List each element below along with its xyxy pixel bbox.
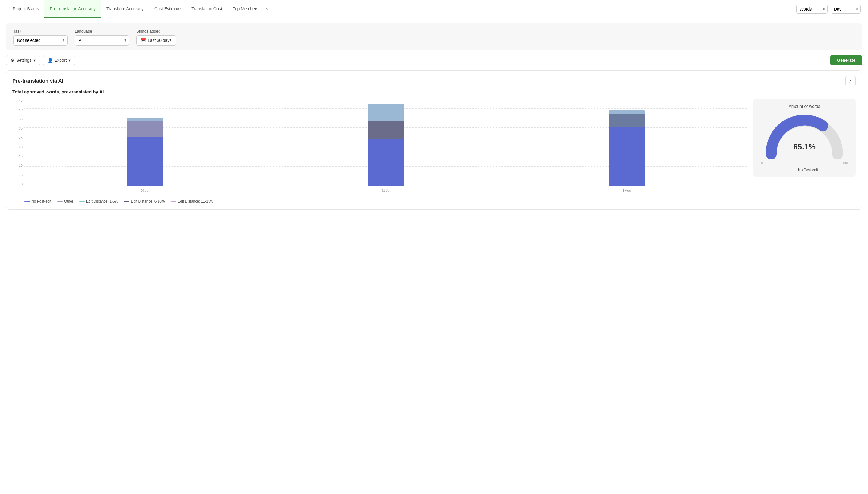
x-label-1aug: 1 Aug [506,189,747,192]
y-label-25: 25 [12,136,24,139]
y-label-10: 10 [12,164,24,167]
bar-group-0 [24,117,265,186]
tab-top-members[interactable]: Top Members [228,0,264,18]
donut-min-label: 0 [761,161,763,165]
strings-added-label: Strings added: [136,29,176,34]
donut-area: Amount of words 65.1% 0 100 [753,98,856,177]
date-range-button[interactable]: 📅 Last 30 days [136,35,176,45]
bar-segment-other [127,121,163,137]
task-filter-group: Task Not selected [13,29,67,45]
day-select-wrapper: Day Week Month [831,4,861,14]
y-label-0: 0 [12,182,24,186]
bar-segment-edit-distance-1-5% [127,117,163,121]
x-label-31jul: 31 Jul [265,189,506,192]
donut-svg [765,112,844,160]
legend-label: Edit Distance: 1-5% [86,199,118,204]
bar-segment-other [609,114,645,128]
donut-legend-label: No Post-edit [798,168,818,172]
bar-group-1 [265,104,506,186]
legend-item: Other [57,199,73,204]
words-select-wrapper: Words Segments [796,4,828,14]
chart-legend: No Post-editOtherEdit Distance: 1-5%Edit… [12,199,747,204]
chart-section: Total approved words, pre-translated by … [6,89,862,204]
donut-legend-color [791,170,796,170]
settings-chevron-icon: ▾ [34,58,36,63]
nav-bar: Project Status Pre-translation Accuracy … [0,0,868,18]
legend-line [79,201,85,202]
chart-area [24,98,747,186]
y-label-45: 45 [12,98,24,102]
language-label: Language [75,29,129,34]
language-select-wrapper: All [75,35,129,45]
nav-tabs: Project Status Pre-translation Accuracy … [7,0,796,18]
bar-segment-no-post-edit [609,128,645,186]
y-axis: 0 5 10 15 20 25 30 35 40 45 [12,98,24,186]
chart-layout: 0 5 10 15 20 25 30 35 40 45 [12,98,856,204]
legend-line [124,201,129,202]
bar-chart-container: 0 5 10 15 20 25 30 35 40 45 [12,98,747,195]
legend-line [57,201,63,202]
chevron-right-icon: › [266,7,268,12]
x-label-30jul: 30 Jul [24,189,265,192]
y-label-20: 20 [12,145,24,149]
donut-svg-wrap: 65.1% [758,112,851,160]
export-chevron-icon: ▾ [69,58,71,63]
task-label: Task [13,29,67,34]
calendar-icon: 📅 [141,38,146,43]
legend-item: Edit Distance: 1-5% [79,199,118,204]
bar-segment-other [368,121,404,139]
y-label-5: 5 [12,173,24,177]
settings-button[interactable]: ⚙ Settings ▾ [6,55,40,65]
gear-icon: ⚙ [11,58,15,63]
chart-section-title: Total approved words, pre-translated by … [12,89,856,94]
bar-segment-no-post-edit [368,139,404,186]
bar-segment-no-post-edit [127,137,163,186]
donut-labels-row: 0 100 [758,161,851,165]
tab-cost-estimate[interactable]: Cost Estimate [149,0,186,18]
legend-item: No Post-edit [24,199,51,204]
legend-line [24,201,30,202]
legend-label: Edit Distance: 6-10% [131,199,165,204]
legend-label: No Post-edit [31,199,51,204]
donut-title: Amount of words [758,104,851,109]
language-select[interactable]: All [75,35,129,45]
donut-legend: No Post-edit [758,168,851,172]
bar-segment-edit-distance-1-5% [609,110,645,114]
collapse-button[interactable]: ∧ [845,76,856,86]
tab-project-status[interactable]: Project Status [7,0,44,18]
y-label-35: 35 [12,117,24,121]
task-select[interactable]: Not selected [13,35,67,45]
more-tabs-button[interactable]: › [264,0,270,18]
donut-percentage: 65.1% [793,142,815,152]
language-filter-group: Language All [75,29,129,45]
toolbar-left: ⚙ Settings ▾ 👤 Export ▾ [6,55,75,65]
legend-item: Edit Distance: 11-15% [171,199,214,204]
task-select-wrapper: Not selected [13,35,67,45]
day-select[interactable]: Day Week Month [831,4,861,14]
tab-translation-cost[interactable]: Translation Cost [186,0,227,18]
legend-label: Other [64,199,73,204]
strings-added-group: Strings added: 📅 Last 30 days [136,29,176,45]
bar-chart-area: 0 5 10 15 20 25 30 35 40 45 [12,98,747,204]
export-button[interactable]: 👤 Export ▾ [43,55,75,65]
y-label-40: 40 [12,108,24,112]
tab-pre-translation-accuracy[interactable]: Pre-translation Accuracy [44,0,101,18]
tab-translator-accuracy[interactable]: Translator Accuracy [101,0,149,18]
y-label-30: 30 [12,127,24,130]
export-icon: 👤 [47,58,53,63]
card-title: Pre-translation via AI [12,78,63,84]
y-label-15: 15 [12,154,24,158]
chevron-up-icon: ∧ [849,79,852,83]
bar-segment-edit-distance-1-5% [368,104,404,121]
donut-max-label: 100 [842,161,848,165]
words-select[interactable]: Words Segments [796,4,828,14]
main-card: Pre-translation via AI ∧ Total approved … [6,70,862,210]
generate-button[interactable]: Generate [830,55,862,65]
legend-line [171,201,176,202]
card-header: Pre-translation via AI ∧ [6,71,862,89]
legend-item: Edit Distance: 6-10% [124,199,165,204]
donut-center: 65.1% [793,142,815,152]
nav-controls: Words Segments Day Week Month [796,4,861,14]
bar-group-2 [506,110,747,186]
date-range-label: Last 30 days [148,38,172,43]
